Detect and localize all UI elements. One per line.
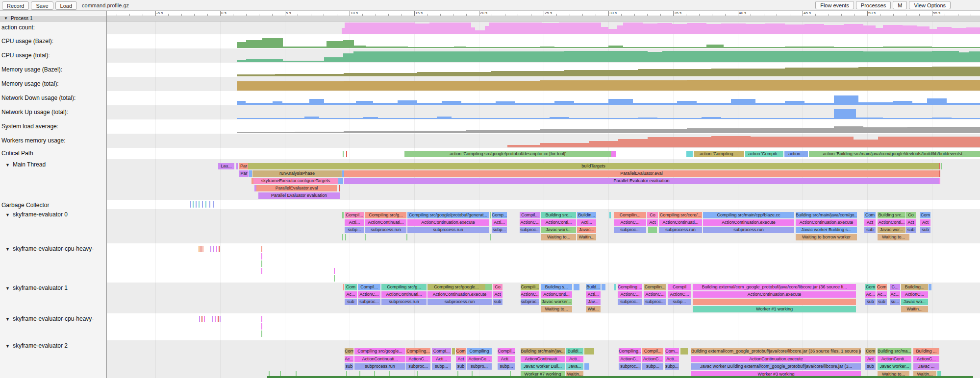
m-button[interactable]: M [893,1,907,9]
track-label-skyframe-evaluator-2[interactable]: ▼skyframe-evaluator 2 [1,342,68,349]
save-button[interactable]: Save [31,1,53,10]
chart-segment[interactable] [569,118,638,119]
chart-segment[interactable] [785,47,834,48]
chart-segment[interactable] [363,117,378,119]
chart-segment[interactable] [554,47,608,48]
record-button[interactable]: Record [2,1,29,10]
trace-event-block[interactable]: ActionContinuation.execute [796,219,857,226]
trace-event-block[interactable]: Par [239,170,249,177]
trace-event-block[interactable]: Compilin... [644,284,666,290]
chart-segment[interactable] [804,24,824,34]
chart-segment[interactable] [344,131,393,133]
trace-event-block[interactable]: ActionConti... [541,219,576,226]
chart-segment[interactable] [466,47,540,48]
chart-segment[interactable] [751,137,854,147]
trace-event-block[interactable]: Acti... [492,219,507,226]
trace-event-block[interactable]: Build... [586,284,601,290]
trace-event-block[interactable]: ActionContinuati... [365,219,406,226]
trace-event-block[interactable]: ActionC... [642,356,663,362]
trace-event-block[interactable]: subproc... [521,299,539,305]
chart-segment[interactable] [966,27,980,34]
trace-event-block[interactable]: Acti... [665,356,679,362]
trace-event-block[interactable]: action... [784,151,808,157]
trace-event-block[interactable]: ActionC... [521,291,539,298]
trace-event-block[interactable] [609,212,611,218]
chart-segment[interactable] [785,68,858,76]
chart-segment[interactable] [574,103,608,105]
chart-segment[interactable] [608,99,633,105]
chart-segment[interactable] [937,27,952,34]
chart-segment[interactable] [378,118,437,119]
chart-segment[interactable] [834,47,883,48]
trace-event-block[interactable]: Com [877,284,887,290]
trace-event-block[interactable] [339,185,340,191]
trace-event-block[interactable]: subproc... [406,363,430,370]
trace-event-block[interactable]: Building src/ma... [878,348,911,354]
chart-segment[interactable] [489,23,542,34]
view-options-button[interactable]: View Options [909,1,951,9]
chart-segment[interactable] [262,38,283,48]
trace-event-block[interactable] [452,348,455,354]
trace-event-block[interactable] [202,201,203,208]
chart-segment[interactable] [295,132,344,133]
trace-event-block[interactable]: Compiling [467,348,492,354]
chart-segment[interactable] [932,67,980,76]
trace-event-block[interactable]: Javac wor... [878,227,905,233]
chart-segment[interactable] [834,109,856,119]
chart-segment[interactable] [731,99,755,105]
collapse-arrow-icon[interactable]: ▼ [5,317,10,322]
track-label-main-thread[interactable]: ▼Main Thread [1,161,46,168]
trace-event-block[interactable]: Jav... [586,299,601,305]
trace-event-block[interactable]: Waiting to... [541,306,572,312]
trace-event-block[interactable] [213,246,214,252]
chart-segment[interactable] [437,117,452,119]
chart-segment[interactable] [932,47,980,48]
chart-segment[interactable] [952,118,980,119]
collapse-arrow-icon[interactable]: ▼ [5,247,10,252]
trace-event-block[interactable]: ActionC... [406,356,430,362]
trace-event-block[interactable]: Waiting to borrow worker [796,234,857,240]
trace-event-block[interactable]: ActionC... [901,291,928,298]
trace-event-block[interactable]: sub [906,227,916,233]
chart-segment[interactable] [858,102,893,105]
trace-event-block[interactable] [406,234,407,240]
chart-segment[interactable] [366,47,392,48]
trace-event-block[interactable]: Waiting to... [878,234,909,240]
trace-event-block[interactable]: Ac... [345,291,357,298]
trace-event-block[interactable] [202,246,203,252]
trace-event-block[interactable]: action 'Compiling src/google/protobuf/de… [404,151,611,157]
trace-event-block[interactable]: Parallel Evaluator evaluation [258,192,340,199]
chart-segment[interactable] [550,117,569,119]
trace-event-block[interactable]: sub [920,227,930,233]
chart-segment[interactable] [932,51,959,62]
trace-event-block[interactable]: Act [647,219,658,226]
chart-segment[interactable] [618,139,648,147]
trace-event-block[interactable] [261,253,262,260]
chart-segment[interactable] [687,128,760,133]
trace-event-block[interactable]: Acti... [345,219,364,226]
chart-segment[interactable] [442,101,461,105]
chart-segment[interactable] [608,29,617,34]
chart-segment[interactable] [765,24,785,34]
chart-segment[interactable] [711,69,785,76]
chart-segment[interactable] [475,30,485,34]
trace-event-block[interactable] [249,170,252,177]
trace-event-block[interactable]: Co [647,212,658,218]
trace-event-block[interactable]: Parallel Evaluator evaluation [344,178,939,184]
trace-event-block[interactable]: Javac worker Building external/com_googl… [691,363,861,370]
trace-event-block[interactable]: Act [493,291,503,298]
trace-event-block[interactable]: ActionC... [644,291,666,298]
trace-event-block[interactable]: action 'Compili... [745,151,783,157]
chart-segment[interactable] [417,103,442,105]
trace-event-block[interactable]: ActionC... [358,291,380,298]
trace-event-block[interactable] [345,234,346,240]
trace-event-block[interactable]: subproc... [618,299,642,305]
trace-event-block[interactable]: Waitin... [901,306,928,312]
chart-segment[interactable] [969,51,980,62]
chart-segment[interactable] [662,51,863,62]
trace-event-block[interactable] [199,316,200,322]
chart-segment[interactable] [343,53,353,62]
chart-segment[interactable] [275,74,344,76]
chart-segment[interactable] [858,67,932,76]
trace-event-block[interactable] [199,246,200,252]
